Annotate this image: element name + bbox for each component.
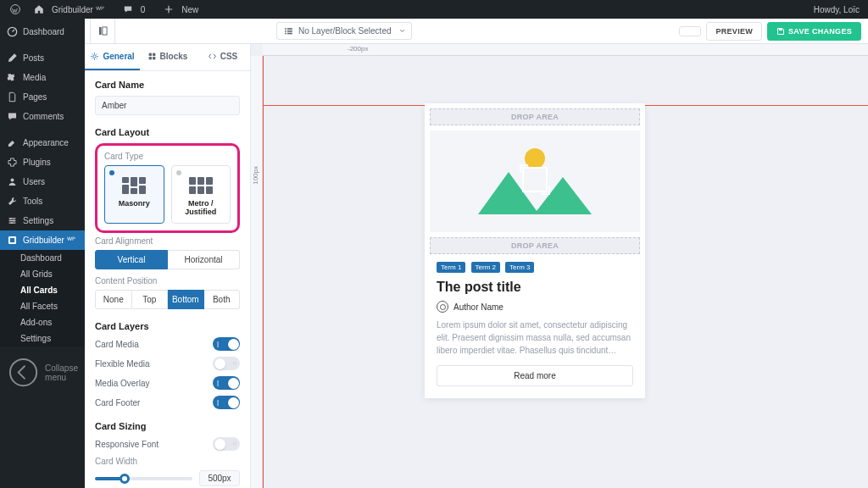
tab-blocks[interactable]: Blocks	[140, 44, 195, 70]
term-badge[interactable]: Term 3	[505, 262, 534, 273]
collapse-menu[interactable]: Collapse menu	[0, 352, 85, 393]
card-footer-label: Card Footer	[95, 398, 140, 408]
wp-logo[interactable]	[5, 4, 25, 14]
svg-rect-20	[153, 53, 155, 56]
card-type-metro[interactable]: Metro / Justified	[171, 165, 231, 224]
submenu-all-cards[interactable]: All Cards	[0, 282, 85, 298]
menu-pages[interactable]: Pages	[0, 87, 85, 107]
position-top[interactable]: Top	[132, 290, 169, 309]
svg-point-8	[10, 359, 36, 385]
media-overlay-label: Media Overlay	[95, 379, 149, 388]
post-author[interactable]: Author Name	[437, 301, 633, 313]
flexible-media-label: Flexible Media	[95, 359, 149, 369]
toggle-panel-button[interactable]	[90, 19, 115, 44]
layer-select-dropdown[interactable]: No Layer/Block Selected	[276, 22, 412, 40]
svg-point-2	[11, 179, 14, 182]
chevron-down-icon	[398, 27, 406, 35]
card-width-slider[interactable]	[95, 477, 192, 480]
masonry-icon	[122, 177, 146, 194]
flexible-media-toggle[interactable]: ○	[213, 357, 240, 370]
svg-point-18	[93, 55, 96, 58]
tab-css[interactable]: CSS	[195, 44, 250, 70]
svg-rect-15	[285, 33, 287, 35]
settings-panel: General Blocks CSS Card Name Card Layout…	[85, 44, 251, 488]
responsive-font-toggle[interactable]: ○	[213, 437, 240, 451]
gear-icon	[90, 52, 99, 61]
drop-area-top[interactable]: DROP AREA	[430, 108, 640, 125]
blocks-icon	[147, 52, 157, 61]
drop-area-bottom[interactable]: DROP AREA	[430, 237, 640, 254]
preview-device-button[interactable]	[679, 26, 701, 36]
card-footer-toggle[interactable]: |	[213, 396, 240, 409]
svg-point-3	[10, 218, 12, 219]
section-card-sizing: Card Sizing	[95, 421, 240, 431]
menu-tools[interactable]: Tools	[0, 191, 85, 211]
submenu-gridbuilder: Dashboard All Grids All Cards All Facets…	[0, 250, 85, 347]
ruler-vertical: 100px	[251, 56, 263, 488]
svg-rect-14	[287, 30, 292, 32]
svg-rect-10	[102, 27, 106, 35]
svg-rect-22	[153, 57, 155, 59]
svg-rect-16	[287, 33, 292, 35]
section-card-layout: Card Layout	[95, 127, 240, 137]
card-name-input[interactable]	[95, 96, 240, 115]
submenu-all-grids[interactable]: All Grids	[0, 266, 85, 282]
save-icon	[776, 27, 785, 36]
post-title[interactable]: The post title	[437, 280, 633, 295]
submenu-settings[interactable]: Settings	[0, 330, 85, 347]
howdy-user[interactable]: Howdy, Loïc	[814, 5, 868, 14]
card-media-toggle[interactable]: |	[213, 337, 240, 351]
preview-button[interactable]: PREVIEW	[706, 22, 762, 41]
section-card-layers: Card Layers	[95, 321, 240, 331]
alignment-horizontal[interactable]: Horizontal	[168, 250, 240, 269]
site-name[interactable]: Gridbuilder ᵂᴾ	[29, 4, 114, 14]
placeholder-image-icon	[471, 143, 598, 219]
svg-rect-7	[10, 238, 14, 242]
menu-appearance[interactable]: Appearance	[0, 133, 85, 152]
new-content[interactable]: New	[159, 4, 209, 14]
responsive-font-label: Responsive Font	[95, 440, 159, 449]
alignment-vertical[interactable]: Vertical	[95, 250, 168, 269]
post-terms: Term 1 Term 2 Term 3	[437, 261, 633, 273]
menu-posts[interactable]: Posts	[0, 48, 85, 68]
menu-media[interactable]: Media	[0, 68, 85, 87]
position-none[interactable]: None	[95, 290, 132, 309]
svg-point-0	[11, 5, 20, 14]
canvas[interactable]: -200px 100px DROP AREA	[251, 44, 868, 488]
card-media-area[interactable]	[430, 130, 640, 232]
menu-plugins[interactable]: Plugins	[0, 152, 85, 172]
wp-admin-bar: Gridbuilder ᵂᴾ 0 New Howdy, Loïc	[0, 0, 868, 19]
card-width-value[interactable]: 500px	[199, 470, 240, 486]
tab-general[interactable]: General	[85, 44, 140, 70]
card-type-masonry[interactable]: Masonry	[104, 165, 164, 224]
svg-rect-12	[287, 28, 292, 30]
comments-count[interactable]: 0	[118, 4, 156, 14]
submenu-all-facets[interactable]: All Facets	[0, 298, 85, 314]
card-type-label: Card Type	[104, 152, 231, 161]
svg-rect-13	[285, 30, 287, 32]
menu-settings[interactable]: Settings	[0, 211, 85, 230]
svg-rect-9	[98, 27, 101, 35]
save-changes-button[interactable]: SAVE CHANGES	[767, 22, 861, 41]
card-alignment-label: Card Alignment	[95, 236, 240, 246]
submenu-addons[interactable]: Add-ons	[0, 314, 85, 330]
menu-users[interactable]: Users	[0, 172, 85, 191]
term-badge[interactable]: Term 1	[437, 262, 465, 273]
position-both[interactable]: Both	[204, 290, 241, 309]
position-bottom[interactable]: Bottom	[168, 290, 204, 309]
svg-point-5	[11, 222, 13, 224]
editor-topbar: No Layer/Block Selected PREVIEW SAVE CHA…	[85, 19, 868, 44]
media-overlay-toggle[interactable]: |	[213, 376, 240, 390]
menu-comments[interactable]: Comments	[0, 107, 85, 126]
preview-card[interactable]: DROP AREA DROP AREA Term 1 Ter	[425, 103, 645, 398]
menu-gridbuilder[interactable]: Gridbuilder ᵂᴾ	[0, 230, 85, 250]
term-badge[interactable]: Term 2	[471, 262, 500, 273]
svg-rect-21	[148, 57, 151, 59]
menu-dashboard[interactable]: Dashboard	[0, 22, 85, 42]
post-excerpt: Lorem ipsum dolor sit amet, consectetur …	[437, 319, 633, 357]
svg-rect-11	[285, 28, 287, 30]
content-position-label: Content Position	[95, 276, 240, 286]
svg-rect-19	[148, 53, 151, 56]
submenu-dashboard[interactable]: Dashboard	[0, 250, 85, 266]
read-more-button[interactable]: Read more	[437, 365, 633, 386]
